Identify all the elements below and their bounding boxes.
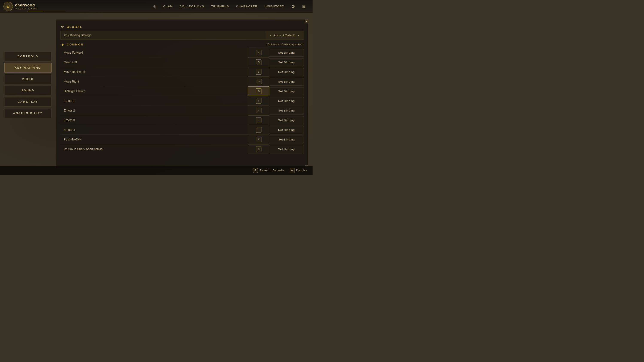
settings-panel: ▲ ▼ ⟳ GLOBAL Key Binding Storage ◄ Accou…	[56, 19, 308, 169]
logo-text: cherwood // LEVEL 1/✦100	[15, 3, 38, 10]
settings-icon[interactable]: ⚙	[291, 4, 295, 9]
nav-clan[interactable]: CLAN	[163, 5, 172, 8]
common-label: COMMON	[67, 43, 84, 46]
binding-name-emote-4: Emote 4	[60, 126, 248, 134]
common-label-area: ◆ COMMON	[60, 42, 84, 46]
content-area: ▲ ▼ ⟳ GLOBAL Key Binding Storage ◄ Accou…	[56, 17, 308, 171]
dismiss-label: Dismiss	[296, 169, 308, 172]
binding-row-move-backward: Move Backward S Set Binding	[60, 67, 304, 77]
logo-area: ☯ cherwood // LEVEL 1/✦100	[4, 2, 38, 11]
settings-scroll-area[interactable]: ⟳ GLOBAL Key Binding Storage ◄ Account (…	[56, 19, 308, 168]
binding-name-move-right: Move Right	[60, 78, 248, 85]
key-left: ←	[256, 117, 262, 123]
scroll-up-arrow[interactable]: ▲	[305, 19, 308, 22]
storage-selector[interactable]: ◄ Account (Default) ►	[266, 31, 304, 39]
common-section-header: ◆ COMMON Click box and select key to bin…	[60, 42, 304, 46]
binding-key-push-to-talk[interactable]: T	[248, 135, 270, 144]
binding-row-move-right: Move Right D Set Binding	[60, 77, 304, 86]
key-o: O	[256, 146, 262, 152]
click-hint: Click box and select key to bind.	[267, 43, 304, 46]
storage-value: Account (Default)	[274, 34, 296, 37]
guardian-icon[interactable]: ⊕	[153, 4, 156, 9]
binding-key-move-left[interactable]: Q	[248, 57, 270, 67]
set-binding-emote-1[interactable]: Set Binding	[270, 97, 304, 105]
nav-character[interactable]: CHARACTER	[236, 5, 258, 8]
reset-label: Reset to Defaults	[260, 169, 285, 172]
binding-row-highlight-player: Highlight Player G Set Binding	[60, 86, 304, 96]
binding-key-emote-2[interactable]: ↓	[248, 106, 270, 115]
nav-collections[interactable]: COLLECTIONS	[180, 5, 204, 8]
level-text: // LEVEL 1/✦100	[15, 7, 38, 10]
sidebar-item-key-mapping[interactable]: KEY MAPPING	[4, 63, 52, 72]
set-binding-return-to-orbit[interactable]: Set Binding	[270, 145, 304, 153]
storage-row: Key Binding Storage ◄ Account (Default) …	[60, 31, 304, 40]
binding-key-move-forward[interactable]: Z	[248, 48, 270, 57]
set-binding-move-left[interactable]: Set Binding	[270, 58, 304, 66]
set-binding-move-backward[interactable]: Set Binding	[270, 68, 304, 76]
storage-prev-arrow[interactable]: ◄	[269, 34, 272, 37]
set-binding-move-forward[interactable]: Set Binding	[270, 49, 304, 57]
binding-name-highlight-player: Highlight Player	[60, 87, 248, 95]
key-g: G	[256, 88, 262, 94]
global-label: GLOBAL	[67, 25, 82, 28]
set-binding-highlight-player[interactable]: Set Binding	[270, 87, 304, 95]
dismiss-icon: ⊟	[290, 168, 294, 173]
username: cherwood	[15, 3, 38, 7]
key-right: →	[256, 127, 262, 132]
binding-name-emote-3: Emote 3	[60, 116, 248, 124]
binding-name-emote-1: Emote 1	[60, 97, 248, 105]
xp-bar-fill	[28, 11, 43, 11]
dismiss-action[interactable]: ⊟ Dismiss	[290, 168, 308, 173]
xp-bar	[28, 11, 66, 11]
binding-key-return-to-orbit[interactable]: O	[248, 144, 270, 154]
sidebar: CONTROLS KEY MAPPING VIDEO SOUND GAMEPLA…	[4, 17, 52, 171]
sidebar-item-accessibility[interactable]: ACCESSIBILITY	[4, 108, 52, 118]
binding-key-emote-3[interactable]: ←	[248, 115, 270, 125]
set-binding-emote-3[interactable]: Set Binding	[270, 116, 304, 124]
binding-row-move-left: Move Left Q Set Binding	[60, 57, 304, 67]
binding-name-push-to-talk: Push-To-Talk	[60, 136, 248, 143]
key-t: T	[256, 137, 262, 142]
set-binding-emote-2[interactable]: Set Binding	[270, 107, 304, 114]
set-binding-move-right[interactable]: Set Binding	[270, 78, 304, 86]
binding-key-move-right[interactable]: D	[248, 77, 270, 86]
main-nav: ⊕ CLAN COLLECTIONS TRIUMPHS CHARACTER IN…	[153, 4, 306, 9]
binding-row-emote-2: Emote 2 ↓ Set Binding	[60, 106, 304, 115]
binding-key-emote-4[interactable]: →	[248, 125, 270, 134]
binding-row-emote-4: Emote 4 → Set Binding	[60, 125, 304, 135]
set-binding-push-to-talk[interactable]: Set Binding	[270, 136, 304, 143]
nav-inventory[interactable]: INVENTORY	[264, 5, 284, 8]
bottom-bar: F Reset to Defaults ⊟ Dismiss	[0, 166, 312, 175]
key-q: Q	[256, 59, 262, 65]
logo-icon: ☯	[4, 2, 13, 11]
binding-name-return-to-orbit: Return to Orbit / Abort Activity	[60, 145, 248, 153]
binding-row-move-forward: Move Forward Z Set Binding	[60, 48, 304, 57]
binding-name-move-left: Move Left	[60, 58, 248, 66]
binding-row-return-to-orbit: Return to Orbit / Abort Activity O Set B…	[60, 144, 304, 154]
sidebar-item-controls[interactable]: CONTROLS	[4, 51, 52, 61]
topbar: ☯ cherwood // LEVEL 1/✦100 ⊕ CLAN COLLEC…	[0, 0, 312, 13]
sidebar-item-gameplay[interactable]: GAMEPLAY	[4, 97, 52, 107]
binding-row-emote-3: Emote 3 ← Set Binding	[60, 115, 304, 125]
sidebar-item-sound[interactable]: SOUND	[4, 86, 52, 95]
binding-name-move-backward: Move Backward	[60, 68, 248, 76]
binding-name-move-forward: Move Forward	[60, 49, 248, 56]
binding-name-emote-2: Emote 2	[60, 107, 248, 114]
binding-key-highlight-player[interactable]: G	[248, 86, 270, 96]
binding-row-push-to-talk: Push-To-Talk T Set Binding	[60, 135, 304, 144]
nav-triumphs[interactable]: TRIUMPHS	[211, 5, 229, 8]
sidebar-item-video[interactable]: VIDEO	[4, 74, 52, 84]
binding-key-emote-1[interactable]: ↑	[248, 96, 270, 105]
reset-defaults-action[interactable]: F Reset to Defaults	[253, 168, 285, 173]
storage-next-arrow[interactable]: ►	[298, 34, 300, 37]
key-s: S	[256, 69, 262, 75]
main-layout: CONTROLS KEY MAPPING VIDEO SOUND GAMEPLA…	[0, 13, 312, 175]
key-d: D	[256, 79, 262, 84]
binding-row-emote-1: Emote 1 ↑ Set Binding	[60, 96, 304, 106]
profile-icon[interactable]: ▣	[302, 4, 306, 9]
key-down: ↓	[256, 108, 262, 113]
binding-key-move-backward[interactable]: S	[248, 67, 270, 76]
storage-label: Key Binding Storage	[60, 31, 266, 39]
global-icon: ⟳	[60, 25, 64, 29]
set-binding-emote-4[interactable]: Set Binding	[270, 126, 304, 134]
